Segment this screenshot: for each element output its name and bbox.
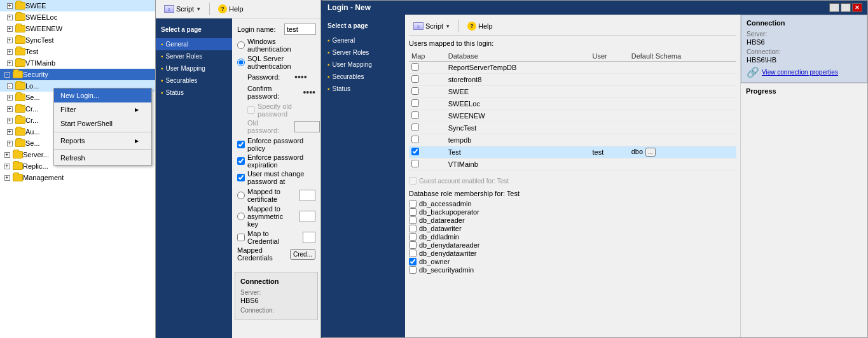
map-checkbox[interactable] <box>411 63 419 71</box>
role-item[interactable]: db_datareader <box>409 216 736 224</box>
table-row[interactable]: SWEELoc <box>409 98 736 110</box>
map-credential-option[interactable]: Map to Credential <box>237 230 315 245</box>
must-change-password-option[interactable]: User must change password at <box>237 170 315 185</box>
view-connection-link[interactable]: View connection properties <box>762 69 838 76</box>
nav-item-server-roles[interactable]: ▪ Server Roles <box>156 50 232 62</box>
map-checkbox[interactable] <box>411 136 419 143</box>
context-menu-refresh[interactable]: Refresh <box>54 151 151 165</box>
role-item[interactable]: db_owner <box>409 258 736 265</box>
login-new-main: ≡ Script ▼ ? Help Users mapped to this l… <box>405 15 740 337</box>
map-checkbox[interactable] <box>411 111 419 119</box>
sql-auth-radio[interactable] <box>237 59 245 66</box>
sql-auth-option[interactable]: SQL Server authentication <box>237 55 315 70</box>
tree-item-synctest[interactable]: + SyncTest <box>0 34 155 46</box>
close-button[interactable]: ✕ <box>852 3 862 12</box>
role-item[interactable]: db_datawriter <box>409 225 736 232</box>
role-checkbox[interactable] <box>409 258 417 265</box>
role-checkbox[interactable] <box>409 200 417 208</box>
role-item[interactable]: db_backupoperator <box>409 208 736 216</box>
right-nav-securables[interactable]: ▪ Securables <box>322 71 405 83</box>
map-checkbox[interactable] <box>411 160 419 167</box>
role-item[interactable]: db_denydatareader <box>409 241 736 249</box>
windows-auth-radio[interactable] <box>237 41 245 49</box>
right-nav-server-roles[interactable]: ▪ Server Roles <box>322 46 405 59</box>
mapped-cert-option[interactable]: Mapped to certificate <box>237 188 315 203</box>
enforce-policy-option[interactable]: Enforce password policy <box>237 137 315 152</box>
right-nav-user-mapping[interactable]: ▪ User Mapping <box>322 59 405 71</box>
map-cell <box>409 62 446 74</box>
login-form-area: Login name: Windows authentication SQL S… <box>232 18 320 338</box>
nav-item-securables[interactable]: ▪ Securables <box>156 74 232 87</box>
enforce-expiration-option[interactable]: Enforce password expiration <box>237 153 315 169</box>
tree-item-swee[interactable]: + SWEE <box>0 0 155 11</box>
enforce-expiration-checkbox[interactable] <box>237 157 245 165</box>
help-button[interactable]: ? Help <box>214 3 248 15</box>
map-checkbox[interactable] <box>411 123 419 131</box>
map-checkbox[interactable] <box>411 75 419 83</box>
expand-icon: + <box>3 173 11 182</box>
role-item[interactable]: db_denydatawriter <box>409 250 736 257</box>
login-name-input[interactable] <box>284 24 316 35</box>
must-change-checkbox[interactable] <box>237 174 245 181</box>
context-menu-reports[interactable]: Reports ▶ <box>54 134 151 148</box>
tree-item-security[interactable]: - Security <box>0 69 155 80</box>
tree-item-label: SWEELoc <box>25 13 57 21</box>
map-checkbox[interactable] <box>411 87 419 95</box>
role-checkbox[interactable] <box>409 216 417 224</box>
table-row[interactable]: VTIMainb <box>409 158 736 171</box>
expand-icon: + <box>5 1 14 10</box>
minimize-button[interactable]: _ <box>829 3 839 12</box>
tree-item-test[interactable]: + Test <box>0 46 155 57</box>
role-checkbox[interactable] <box>409 266 417 274</box>
context-menu-new-login[interactable]: New Login... <box>54 88 151 102</box>
table-row[interactable]: SWEE <box>409 86 736 98</box>
role-label: db_ddladmin <box>419 233 459 241</box>
right-help-button[interactable]: ? Help <box>463 20 497 32</box>
role-item[interactable]: db_accessadmin <box>409 200 736 208</box>
table-row[interactable]: SWEENEW <box>409 110 736 122</box>
table-row[interactable]: SyncTest <box>409 122 736 134</box>
map-credential-checkbox[interactable] <box>237 234 245 241</box>
role-item[interactable]: db_ddladmin <box>409 233 736 241</box>
mapped-asymmetric-option[interactable]: Mapped to asymmetric key <box>237 205 315 228</box>
table-row[interactable]: ReportServerTempDB <box>409 62 736 74</box>
table-row[interactable]: storefront8 <box>409 74 736 86</box>
table-row[interactable]: tempdb <box>409 134 736 146</box>
tree-item-sweeloc[interactable]: + SWEELoc <box>0 11 155 23</box>
confirm-password-label: Confirm password: <box>247 85 300 100</box>
script-button[interactable]: ≡ Script ▼ <box>160 3 205 15</box>
map-checkbox[interactable] <box>411 148 419 155</box>
role-checkbox[interactable] <box>409 250 417 257</box>
right-script-button[interactable]: ≡ Script ▼ <box>409 20 455 32</box>
nav-item-general[interactable]: ▪ General <box>156 38 232 50</box>
context-menu-filter[interactable]: Filter ▶ <box>54 102 151 116</box>
role-item[interactable]: db_securityadmin <box>409 266 736 274</box>
role-checkbox[interactable] <box>409 208 417 216</box>
col-user: User <box>589 51 628 62</box>
maximize-button[interactable]: □ <box>841 3 851 12</box>
context-menu-powershell[interactable]: Start PowerShell <box>54 116 151 130</box>
role-checkbox[interactable] <box>409 233 417 241</box>
tree-item-sweenew[interactable]: + SWEENEW <box>0 23 155 34</box>
tree-item-management[interactable]: + Management <box>0 172 155 183</box>
map-checkbox[interactable] <box>411 99 419 107</box>
mapped-asymmetric-input[interactable] <box>300 211 315 222</box>
tree-item-vtimainb[interactable]: + VTIMainb <box>0 57 155 69</box>
windows-auth-option[interactable]: Windows authentication <box>237 38 315 53</box>
mapped-cert-radio[interactable] <box>237 192 245 199</box>
nav-item-status[interactable]: ▪ Status <box>156 87 232 99</box>
mapped-asymmetric-radio[interactable] <box>237 213 245 220</box>
nav-item-label: Securables <box>333 73 364 80</box>
schema-browse-button[interactable]: ... <box>645 148 656 157</box>
nav-item-user-mapping[interactable]: ▪ User Mapping <box>156 62 232 74</box>
table-row[interactable]: Testtestdbo... <box>409 146 736 158</box>
right-nav-status[interactable]: ▪ Status <box>322 83 405 95</box>
user-cell <box>589 158 628 171</box>
credentials-button[interactable]: Cred... <box>290 249 315 260</box>
enforce-policy-checkbox[interactable] <box>237 141 245 148</box>
role-checkbox[interactable] <box>409 225 417 232</box>
mapped-cert-input[interactable] <box>300 190 315 201</box>
map-credential-input[interactable] <box>303 232 315 243</box>
role-checkbox[interactable] <box>409 241 417 249</box>
right-nav-general[interactable]: ▪ General <box>322 34 405 46</box>
